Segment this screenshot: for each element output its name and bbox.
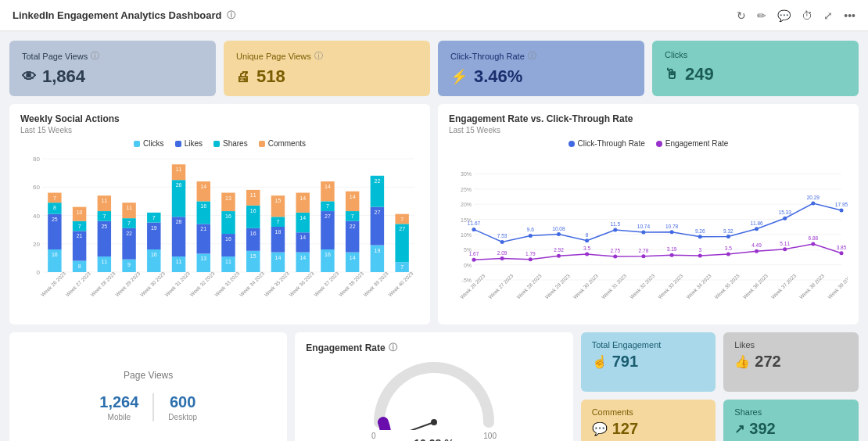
engagement-rate-chart: Engagement Rate vs. Click-Through Rate L… xyxy=(438,104,859,324)
svg-text:27: 27 xyxy=(325,213,331,219)
svg-text:Week 39 2023: Week 39 2023 xyxy=(362,271,389,298)
svg-text:2.09: 2.09 xyxy=(497,250,508,256)
line-chart-area: -5%0%5%10%15%20%25%30%11.677.539.610.088… xyxy=(449,151,848,315)
svg-text:14: 14 xyxy=(200,184,206,189)
svg-text:9.6: 9.6 xyxy=(527,227,534,232)
bottom-row: Page Views 1,264 Mobile 600 Desktop Enga… xyxy=(9,332,859,441)
svg-text:22: 22 xyxy=(375,178,381,184)
svg-text:Week 26 2023: Week 26 2023 xyxy=(459,273,486,300)
edit-icon[interactable]: ✏ xyxy=(757,9,766,22)
lightning-icon: ⚡ xyxy=(450,68,468,85)
svg-text:20%: 20% xyxy=(461,202,472,207)
clock-icon[interactable]: ⏱ xyxy=(802,9,812,22)
svg-text:9.32: 9.32 xyxy=(723,228,733,234)
gauge-svg xyxy=(371,360,497,430)
svg-text:3.19: 3.19 xyxy=(667,246,677,252)
svg-text:7: 7 xyxy=(400,217,404,222)
svg-text:Week 37 2023: Week 37 2023 xyxy=(770,273,798,300)
svg-text:-5%: -5% xyxy=(462,278,472,283)
svg-text:Week 31 2023: Week 31 2023 xyxy=(164,271,192,298)
svg-text:16: 16 xyxy=(225,213,231,219)
svg-point-173 xyxy=(726,235,730,238)
svg-text:7: 7 xyxy=(277,219,280,224)
expand-icon[interactable]: ⤢ xyxy=(823,9,833,22)
total-views-info[interactable]: ⓘ xyxy=(91,50,99,62)
metric-total-engagement: Total Engagement ☝ 791 xyxy=(581,332,716,392)
hand-icon: ☝ xyxy=(592,354,608,369)
svg-text:11: 11 xyxy=(176,259,182,264)
legend-er-dot xyxy=(656,141,662,147)
svg-text:16: 16 xyxy=(225,236,231,242)
eye-icon: 👁 xyxy=(22,69,36,85)
refresh-icon[interactable]: ↻ xyxy=(737,9,746,22)
kpi-clicks: Clicks 🖱 249 xyxy=(652,41,859,96)
svg-point-189 xyxy=(557,254,561,258)
svg-text:Week 29 2023: Week 29 2023 xyxy=(543,273,571,300)
svg-point-165 xyxy=(613,228,617,232)
svg-text:20: 20 xyxy=(33,241,40,248)
header-icons: ↻ ✏ 💬 ⏱ ⤢ ••• xyxy=(737,9,855,22)
svg-text:Week 26 2023: Week 26 2023 xyxy=(40,271,67,298)
svg-text:28: 28 xyxy=(176,219,182,224)
svg-text:3.5: 3.5 xyxy=(725,246,732,251)
svg-text:19: 19 xyxy=(375,248,381,253)
legend-clicks-dot xyxy=(134,141,140,147)
kpi-ctr: Click-Through Rate ⓘ ⚡ 3.46% xyxy=(438,41,644,96)
middle-row: Weekly Social Actions Last 15 Weeks Clic… xyxy=(9,104,859,324)
svg-text:Week 34 2023: Week 34 2023 xyxy=(685,273,712,300)
svg-text:14: 14 xyxy=(299,215,306,220)
svg-point-157 xyxy=(500,240,504,244)
svg-text:Week 36 2023: Week 36 2023 xyxy=(742,273,769,300)
svg-text:27: 27 xyxy=(375,210,381,215)
svg-text:2.78: 2.78 xyxy=(639,248,649,253)
title-info-icon[interactable]: ⓘ xyxy=(227,9,235,21)
svg-point-169 xyxy=(670,230,674,234)
svg-text:Week 38 2023: Week 38 2023 xyxy=(798,273,826,300)
svg-text:9.26: 9.26 xyxy=(695,228,705,234)
svg-point-159 xyxy=(529,234,533,238)
svg-text:16: 16 xyxy=(151,252,157,257)
svg-text:Week 33 2023: Week 33 2023 xyxy=(213,271,241,298)
bar-chart-area: 020406080162587Week 26 2023821710Week 27… xyxy=(20,151,419,307)
metric-shares: Shares ↗ 392 xyxy=(723,400,859,441)
svg-point-201 xyxy=(726,253,730,256)
er-info-icon[interactable]: ⓘ xyxy=(389,342,397,353)
svg-text:2.75: 2.75 xyxy=(610,248,620,253)
svg-text:10.74: 10.74 xyxy=(637,224,651,229)
unique-views-info[interactable]: ⓘ xyxy=(314,50,323,62)
svg-text:Week 36 2023: Week 36 2023 xyxy=(288,271,315,298)
comment-icon[interactable]: 💬 xyxy=(777,9,791,22)
svg-point-197 xyxy=(670,253,674,257)
kpi-total-views: Total Page Views ⓘ 👁 1,864 xyxy=(9,41,216,96)
svg-text:Week 33 2023: Week 33 2023 xyxy=(657,273,684,300)
svg-point-195 xyxy=(641,254,645,258)
svg-text:7: 7 xyxy=(127,220,131,226)
svg-text:Week 27 2023: Week 27 2023 xyxy=(487,273,515,300)
svg-text:Week 29 2023: Week 29 2023 xyxy=(114,271,142,298)
svg-text:25: 25 xyxy=(52,217,58,222)
cursor-icon: 🖱 xyxy=(665,66,679,83)
svg-point-161 xyxy=(557,232,561,236)
svg-text:11.86: 11.86 xyxy=(750,220,763,226)
svg-text:14: 14 xyxy=(325,184,331,189)
svg-text:7: 7 xyxy=(351,213,354,219)
svg-point-171 xyxy=(698,235,702,238)
svg-text:15: 15 xyxy=(250,253,256,259)
svg-text:16: 16 xyxy=(325,252,331,257)
svg-text:14: 14 xyxy=(299,235,306,240)
svg-text:21: 21 xyxy=(77,233,83,238)
metrics-grid: Total Engagement ☝ 791 Likes 👍 272 Comme… xyxy=(581,332,859,441)
svg-text:Week 32 2023: Week 32 2023 xyxy=(629,273,656,300)
svg-point-226 xyxy=(431,419,437,425)
more-icon[interactable]: ••• xyxy=(844,9,855,22)
svg-text:7: 7 xyxy=(78,224,81,229)
svg-text:4.49: 4.49 xyxy=(751,242,762,248)
metric-likes: Likes 👍 272 xyxy=(723,332,859,392)
ctr-info[interactable]: ⓘ xyxy=(528,50,536,62)
svg-text:3.5: 3.5 xyxy=(583,246,590,251)
svg-text:10.08: 10.08 xyxy=(552,226,565,231)
weekly-actions-chart: Weekly Social Actions Last 15 Weeks Clic… xyxy=(9,104,430,324)
svg-text:20.29: 20.29 xyxy=(807,195,820,200)
svg-text:7: 7 xyxy=(102,213,106,219)
svg-text:11.5: 11.5 xyxy=(610,221,620,227)
